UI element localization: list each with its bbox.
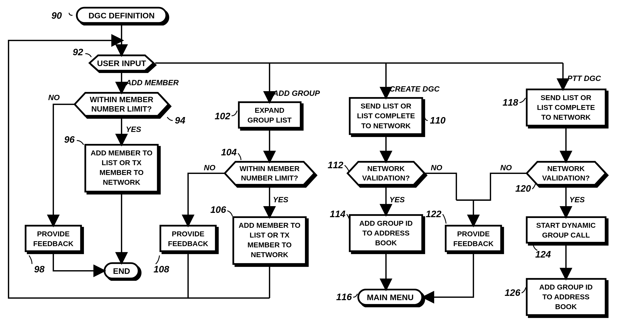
arrow — [53, 253, 104, 271]
node-label: LIST COMPLETE — [537, 103, 595, 112]
node-label: PROVIDE — [172, 230, 204, 238]
node-start-dynamic-group-call: START DYNAMIC GROUP CALL — [527, 217, 606, 243]
node-label: DGC DEFINITION — [88, 11, 154, 20]
node-label: NUMBER LIMIT? — [91, 105, 152, 113]
node-user-input: USER INPUT — [90, 55, 154, 71]
node-network-validation-120: NETWORK VALIDATION? — [527, 162, 606, 185]
node-add-member-106: ADD MEMBER TO LIST OR TX MEMBER TO NETWO… — [233, 217, 306, 264]
node-label: ADD MEMBER TO — [91, 149, 152, 157]
node-send-list-110: SEND LIST OR LIST COMPLETE TO NETWORK — [350, 98, 422, 134]
node-label: TO ADDRESS — [542, 293, 590, 301]
node-expand-group-list: EXPAND GROUP LIST — [239, 102, 301, 128]
node-label: NETWORK — [367, 165, 405, 173]
node-label: NETWORK — [251, 251, 288, 259]
node-label: TO NETWORK — [361, 122, 411, 130]
ref-104: 104 — [221, 147, 237, 158]
node-label: SEND LIST OR — [361, 102, 411, 110]
node-label: ADD MEMBER TO — [238, 221, 300, 229]
arrow — [53, 104, 74, 225]
edge-label: NO — [204, 163, 215, 172]
ref-124: 124 — [535, 249, 551, 260]
node-label: LIST COMPLETE — [357, 112, 415, 120]
node-label: ADD GROUP ID — [359, 219, 413, 227]
node-label: LIST OR TX — [102, 159, 142, 167]
node-label: LIST OR TX — [250, 231, 290, 239]
node-add-group-id-126: ADD GROUP ID TO ADDRESS BOOK — [527, 279, 606, 315]
node-add-member-96: ADD MEMBER TO LIST OR TX MEMBER TO NETWO… — [86, 145, 158, 192]
node-label: EXPAND — [255, 106, 284, 114]
node-label: NETWORK — [547, 165, 585, 173]
node-label: FEEDBACK — [453, 240, 494, 248]
node-label: PROVIDE — [37, 230, 70, 238]
node-add-group-id-114: ADD GROUP ID TO ADDRESS BOOK — [350, 215, 422, 251]
node-label: END — [113, 267, 130, 276]
ref-120: 120 — [515, 183, 531, 194]
ref-112: 112 — [328, 160, 343, 170]
ref-92: 92 — [73, 47, 83, 57]
ref-108: 108 — [154, 264, 169, 274]
node-label: ADD GROUP ID — [539, 283, 593, 291]
node-within-limit-94: WITHIN MEMBER NUMBER LIMIT? — [74, 93, 168, 116]
arrow — [456, 173, 527, 225]
edge-label: PTT DGC — [567, 74, 601, 83]
node-label: TO NETWORK — [541, 113, 591, 121]
ref-102: 102 — [215, 111, 230, 121]
node-label: WITHIN MEMBER — [240, 165, 300, 173]
ref-118: 118 — [502, 97, 518, 108]
node-send-list-118: SEND LIST OR LIST COMPLETE TO NETWORK — [527, 89, 606, 125]
edge-label: ADD GROUP — [273, 89, 320, 97]
edge-label: YES — [570, 195, 585, 204]
node-label: MEMBER TO — [100, 168, 144, 176]
node-label: GROUP CALL — [542, 231, 590, 239]
arrow — [188, 173, 225, 225]
node-network-validation-112: NETWORK VALIDATION? — [348, 162, 424, 185]
node-end: END — [104, 263, 139, 278]
ref-106: 106 — [210, 204, 226, 215]
node-label: GROUP LIST — [248, 116, 292, 124]
node-label: FEEDBACK — [33, 240, 74, 248]
node-label: WITHIN MEMBER — [90, 95, 154, 104]
node-label: VALIDATION? — [542, 174, 590, 182]
edge-label: NO — [48, 93, 60, 102]
ref-98: 98 — [34, 264, 45, 274]
edge-label: CREATE DGC — [389, 85, 440, 93]
node-feedback-122: PROVIDE FEEDBACK — [446, 226, 501, 251]
flowchart-diagram: DGC DEFINITION 90 USER INPUT 92 WITHIN M… — [0, 0, 644, 334]
node-label: MEMBER TO — [248, 241, 292, 249]
node-feedback-108: PROVIDE FEEDBACK — [160, 226, 216, 251]
node-label: VALIDATION? — [362, 174, 410, 182]
node-label: MAIN MENU — [367, 293, 414, 302]
node-label: TO ADDRESS — [362, 229, 410, 237]
ref-116: 116 — [336, 292, 352, 302]
arrow — [424, 173, 456, 200]
edge-label: NO — [500, 163, 512, 172]
ref-122: 122 — [426, 209, 442, 219]
edge-label: ADD MEMBER — [126, 78, 179, 87]
node-label: PROVIDE — [457, 230, 490, 238]
node-label: START DYNAMIC — [536, 221, 596, 229]
node-label: NUMBER LIMIT? — [241, 174, 298, 182]
edge-label: NO — [431, 163, 442, 172]
node-main-menu: MAIN MENU — [358, 290, 422, 305]
node-label: NETWORK — [103, 178, 140, 186]
node-dgc-definition: DGC DEFINITION — [77, 8, 166, 23]
node-label: BOOK — [375, 239, 397, 247]
ref-114: 114 — [330, 209, 346, 219]
edge-label: YES — [389, 195, 404, 204]
ref-94: 94 — [175, 115, 185, 126]
node-within-limit-104: WITHIN MEMBER NUMBER LIMIT? — [225, 162, 314, 185]
node-label: SEND LIST OR — [541, 94, 591, 102]
edge-label: YES — [273, 195, 288, 204]
node-feedback-98: PROVIDE FEEDBACK — [26, 226, 81, 251]
edge-label: YES — [126, 125, 141, 134]
node-label: USER INPUT — [97, 59, 146, 68]
ref-126: 126 — [505, 287, 520, 298]
ref-110: 110 — [430, 115, 446, 126]
node-label: FEEDBACK — [168, 240, 208, 248]
ref-96: 96 — [64, 134, 75, 145]
arrow — [424, 253, 474, 297]
node-label: BOOK — [555, 303, 577, 311]
ref-90: 90 — [52, 10, 62, 21]
